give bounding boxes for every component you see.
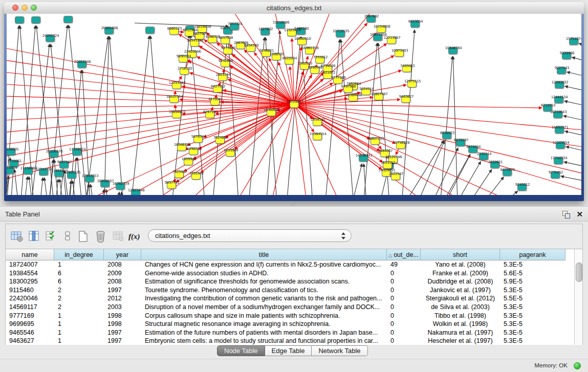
graph-node-yellow[interactable]: 1534545	[313, 119, 322, 126]
column-header-pagerank[interactable]: pagerank	[500, 249, 565, 260]
graph-node-yellow[interactable]: 2718120	[180, 68, 189, 75]
table-cell[interactable]: 1	[54, 312, 104, 320]
graph-node-yellow[interactable]: 18107554	[169, 96, 179, 103]
graph-node-yellow[interactable]: 1609948	[184, 158, 193, 165]
column-header-year[interactable]: year	[104, 249, 141, 260]
table-cell[interactable]: 0	[387, 277, 421, 286]
table-row[interactable]: 977716911998Corpus callosum shape and si…	[6, 312, 572, 320]
graph-node-teal[interactable]: 16210643	[553, 111, 562, 118]
table-cell[interactable]: Tibbo et al. (1998)	[421, 312, 500, 320]
graph-node-teal[interactable]	[31, 16, 40, 24]
table-cell[interactable]: 5.6E-5	[500, 269, 565, 278]
table-cell[interactable]: 0	[387, 320, 421, 329]
graph-node-teal[interactable]: 12505135	[67, 171, 76, 179]
graph-node-teal[interactable]: 17710334	[554, 157, 563, 164]
tab-node-table[interactable]: Node Table	[217, 345, 265, 356]
graph-node-teal[interactable]: 9245012	[517, 184, 527, 191]
table-cell[interactable]: 1	[54, 260, 104, 269]
graph-node-yellow[interactable]: 10973493	[395, 50, 404, 57]
graph-node-yellow[interactable]: 9463627	[401, 96, 410, 103]
graph-node-teal[interactable]: 7957224	[230, 23, 239, 30]
table-cell[interactable]: 0	[387, 269, 421, 278]
table-cell[interactable]: Corpus callosum shape and size in male p…	[141, 312, 387, 320]
graph-node-yellow[interactable]: 7485063	[402, 65, 411, 72]
table-cell[interactable]: Yano et al. (2008)	[421, 260, 500, 269]
table-cell[interactable]: 1997	[104, 329, 141, 337]
graph-node-yellow[interactable]: 4170041	[210, 98, 220, 105]
graph-node-yellow[interactable]: 18300295	[267, 109, 276, 116]
function-builder-button[interactable]: f(x)	[128, 229, 143, 244]
table-cell[interactable]: 9115460	[6, 286, 54, 295]
graph-node-teal[interactable]: 16782759	[116, 183, 125, 190]
table-cell[interactable]: 0	[387, 312, 421, 320]
graph-node-yellow[interactable]: 20364486	[349, 94, 358, 101]
table-cell[interactable]: Estimation of significance thresholds fo…	[141, 277, 387, 286]
graph-node-yellow[interactable]: 8427552	[213, 85, 222, 93]
table-cell[interactable]: 5.5E-5	[500, 294, 565, 303]
graph-node-teal[interactable]: 11156869	[24, 167, 33, 174]
delete-column-button[interactable]	[94, 229, 108, 244]
table-settings-button[interactable]	[10, 229, 24, 244]
float-panel-icon[interactable]	[562, 211, 570, 218]
close-window-button[interactable]	[12, 5, 18, 11]
graph-node-yellow[interactable]: 8322034	[285, 57, 294, 64]
graph-node-teal[interactable]: 12444134	[554, 96, 563, 103]
graph-node-teal[interactable]: 12923448	[131, 189, 140, 195]
graph-node-teal[interactable]: 2887682	[366, 15, 376, 23]
graph-node-teal[interactable]: 9329966	[562, 52, 571, 59]
table-cell[interactable]: Dudbridge et al. (2008)	[421, 277, 500, 286]
table-row[interactable]: 1456911722003Disruption of a novel membe…	[6, 303, 572, 312]
graph-node-teal[interactable]: 2935114	[479, 153, 488, 160]
minimize-window-button[interactable]	[21, 5, 28, 11]
graph-node-yellow[interactable]: 7625402	[175, 171, 184, 178]
graph-node-teal[interactable]: 20891406	[104, 27, 114, 34]
graph-node-yellow[interactable]: 13325419	[287, 29, 296, 36]
graph-node-teal[interactable]: 12342757	[39, 168, 48, 176]
graph-node-teal[interactable]: 15751074	[569, 38, 578, 45]
table-cell[interactable]: 5.3E-5	[500, 312, 565, 320]
create-column-button[interactable]	[76, 229, 91, 244]
graph-node-yellow[interactable]: 6497568	[343, 85, 353, 93]
table-cell[interactable]: 1998	[104, 320, 141, 329]
graph-node-yellow[interactable]: 12213987	[387, 37, 396, 44]
table-cell[interactable]: 14569117	[6, 303, 54, 312]
table-row[interactable]: 946362711997Embryonic stem cells: a mode…	[6, 337, 572, 345]
table-cell[interactable]: 9465546	[6, 329, 54, 337]
graph-node-yellow[interactable]: 9890124	[179, 55, 188, 62]
column-header-title[interactable]: title	[141, 249, 387, 260]
graph-node-teal[interactable]: 24055724	[46, 35, 55, 42]
table-row[interactable]: 946554611997Estimation of the future num…	[6, 329, 572, 337]
graph-node-teal[interactable]: 12103554	[556, 142, 565, 149]
table-cell[interactable]: Changes of HCN gene expression and I(f) …	[141, 260, 387, 269]
table-cell[interactable]: 1997	[104, 286, 141, 295]
table-cell[interactable]: 1	[54, 329, 104, 337]
graph-node-teal[interactable]	[63, 16, 73, 23]
memory-status-indicator[interactable]	[574, 362, 581, 369]
table-row[interactable]: 969969511998Structural magnetic resonanc…	[6, 320, 572, 329]
table-cell[interactable]: Structural magnetic resonance image aver…	[141, 320, 387, 329]
graph-node-yellow[interactable]: 10807487	[374, 93, 383, 100]
table-cell[interactable]: 1997	[104, 337, 141, 345]
table-cell[interactable]: 2012	[104, 294, 141, 303]
graph-node-yellow[interactable]: 5878344	[193, 136, 203, 143]
graph-node-teal[interactable]: 20206576	[49, 150, 58, 158]
table-cell[interactable]: 0	[387, 294, 421, 303]
table-cell[interactable]: 0	[387, 329, 421, 337]
window-title-bar[interactable]: citations_edges.txt	[4, 2, 584, 14]
graph-node-yellow[interactable]: 1653944	[226, 149, 235, 157]
table-cell[interactable]: 6	[54, 269, 104, 278]
graph-node-yellow[interactable]: 12975115	[407, 80, 417, 87]
graph-node-teal[interactable]: 10648784	[448, 47, 458, 54]
tab-network-table[interactable]: Network Table	[312, 345, 367, 356]
row-selection-button[interactable]	[43, 229, 58, 244]
table-cell[interactable]: 2008	[104, 277, 141, 286]
graph-node-yellow[interactable]: 16154808	[377, 26, 386, 33]
graph-node-teal[interactable]: 16958107	[100, 180, 110, 187]
graph-node-yellow[interactable]: 8660123	[169, 28, 179, 35]
table-cell[interactable]: Tourette syndrome. Phenomenology and cla…	[141, 286, 387, 295]
table-cell[interactable]: Nakamura et al. (1997)	[421, 329, 500, 337]
graph-node-yellow[interactable]: 19756928	[396, 142, 405, 149]
column-header-short[interactable]: short	[421, 249, 500, 260]
table-cell[interactable]: 5.3E-5	[500, 286, 565, 295]
import-table-button[interactable]	[111, 229, 125, 244]
